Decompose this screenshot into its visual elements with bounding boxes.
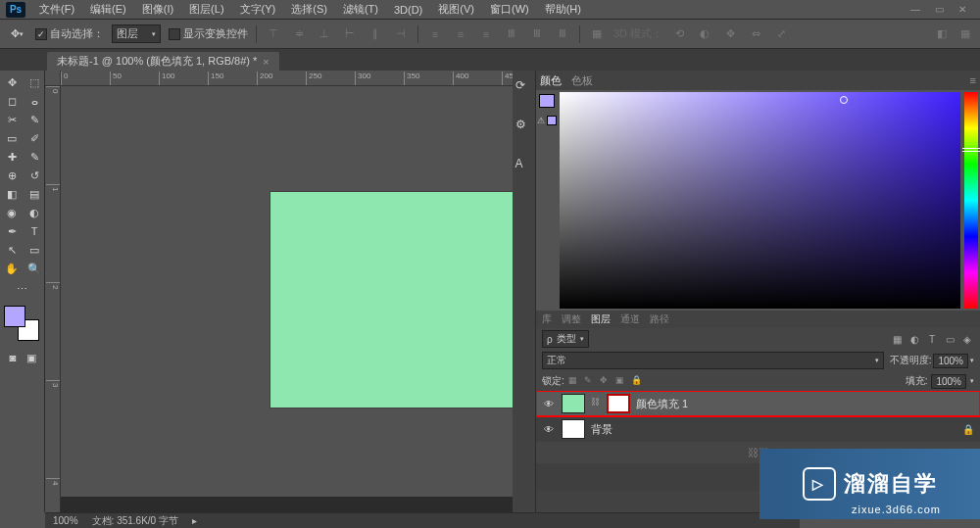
window-minimize-icon[interactable]: — [904,2,927,18]
layer-row-colorfill[interactable]: 👁 ⛓ 颜色填充 1 [536,391,980,416]
history-brush-tool[interactable]: ↺ [24,167,45,184]
layer-mask-thumb[interactable] [607,394,630,413]
edit-toolbar-icon[interactable]: ⋯ [12,280,33,298]
filter-adjust-icon[interactable]: ◐ [907,332,921,346]
crop-tool[interactable]: ✂ [1,111,23,128]
filter-smart-icon[interactable]: ◈ [960,332,974,346]
distribute-vcenter-icon[interactable]: ≡ [452,25,469,43]
menu-layer[interactable]: 图层(L) [181,0,231,19]
eraser-tool[interactable]: ◧ [1,185,23,203]
blend-mode-dropdown[interactable]: 正常▾ [542,352,884,369]
document-tab[interactable]: 未标题-1 @ 100% (颜色填充 1, RGB/8#) * × [47,52,279,71]
align-bottom-icon[interactable]: ⊥ [316,25,333,43]
3d-orbit-icon[interactable]: ⟲ [670,25,688,43]
menu-image[interactable]: 图像(I) [134,0,181,19]
lock-artboard-icon[interactable]: ▣ [615,375,627,387]
distribute-hcenter-icon[interactable]: Ⅲ [528,25,546,43]
lock-trans-icon[interactable]: ▦ [568,375,580,387]
3d-slide-icon[interactable]: ⇔ [747,25,764,43]
auto-select-checkbox[interactable]: 自动选择： [35,26,104,41]
panel-menu-icon[interactable]: ≡ [970,74,976,86]
hue-slider[interactable] [964,92,978,309]
menu-window[interactable]: 窗口(W) [482,0,537,19]
auto-align-icon[interactable]: ▦ [588,25,606,43]
lock-pixels-icon[interactable]: ✎ [584,375,596,387]
move-tool[interactable]: ✥ [1,73,23,91]
blur-tool[interactable]: ◉ [1,204,23,221]
menu-edit[interactable]: 编辑(E) [82,0,134,19]
artboard-tool[interactable]: ⬚ [24,73,45,91]
align-right-icon[interactable]: ⊣ [392,25,410,43]
document-status[interactable]: 文档: 351.6K/0 字节 [92,514,178,528]
shape-tool[interactable]: ▭ [24,241,45,259]
layer-thumb[interactable] [562,419,585,439]
lasso-tool[interactable]: ⴰ [24,92,45,110]
3d-pan-icon[interactable]: ✥ [721,25,739,43]
screenmode-icon[interactable]: ▣ [24,349,41,366]
pen-tool[interactable]: ✒ [1,222,23,240]
workspace-icon[interactable]: ▦ [956,25,974,43]
frame-tool[interactable]: ▭ [1,129,23,147]
status-disclosure-icon[interactable]: ▸ [192,515,197,526]
align-vcenter-icon[interactable]: ≑ [290,25,308,43]
color-field[interactable] [560,92,960,309]
align-top-icon[interactable]: ⊤ [265,25,282,43]
filter-shape-icon[interactable]: ▭ [943,332,956,346]
quickmask-icon[interactable]: ◙ [4,349,22,366]
gamut-warning[interactable]: ⚠ [537,116,557,125]
ruler-origin[interactable] [45,71,61,86]
menu-select[interactable]: 选择(S) [283,0,335,19]
distribute-left-icon[interactable]: Ⅲ [503,25,520,43]
healing-tool[interactable]: ✚ [1,148,23,166]
menu-filter[interactable]: 滤镜(T) [335,0,386,19]
layer-thumb[interactable] [562,394,585,413]
opacity-value[interactable]: 100% [933,354,968,368]
layer-row-background[interactable]: 👁 背景 🔒 [536,416,980,442]
menu-view[interactable]: 视图(V) [430,0,482,19]
move-tool-icon[interactable]: ✥▾ [6,24,27,45]
hue-thumb[interactable] [962,148,980,152]
canvas-viewport[interactable] [61,86,513,497]
3d-roll-icon[interactable]: ◐ [696,25,713,43]
character-panel-icon[interactable]: A [515,157,533,174]
brush-tool[interactable]: ✎ [24,148,45,166]
properties-panel-icon[interactable]: ⚙ [515,118,533,135]
tab-color[interactable]: 颜色 [540,73,562,88]
menu-type[interactable]: 文字(Y) [232,0,284,19]
align-hcenter-icon[interactable]: ∥ [367,25,384,43]
lock-all-icon[interactable]: 🔒 [631,375,643,387]
stamp-tool[interactable]: ⊕ [1,167,23,184]
close-icon[interactable]: × [263,56,269,68]
color-swatches[interactable] [4,306,39,341]
align-left-icon[interactable]: ⊢ [341,25,359,43]
menu-3d[interactable]: 3D(D) [386,2,430,18]
panel-collapse-icon[interactable]: ◧ [933,25,951,43]
hand-tool[interactable]: ✋ [1,260,23,277]
layer-name[interactable]: 背景 [591,422,956,437]
tab-paths[interactable]: 路径 [650,312,669,326]
layer-filter-kind-dropdown[interactable]: ρ类型▾ [542,330,589,348]
tab-library[interactable]: 库 [542,312,552,326]
foreground-color-swatch[interactable] [4,306,25,327]
marquee-tool[interactable]: ◻ [1,92,23,110]
show-transform-checkbox[interactable]: 显示变换控件 [169,26,248,41]
type-tool[interactable]: T [24,222,45,240]
distribute-top-icon[interactable]: ≡ [426,25,444,43]
filter-pixel-icon[interactable]: ▦ [890,332,904,346]
filter-type-icon[interactable]: T [925,332,939,346]
tab-swatches[interactable]: 色板 [571,73,593,88]
color-panel-fg-swatch[interactable] [539,94,555,108]
tab-adjust[interactable]: 调整 [562,312,581,326]
visibility-icon[interactable]: 👁 [542,397,556,410]
zoom-level[interactable]: 100% [53,515,78,526]
ruler-horizontal[interactable]: 0 50 100 150 200 250 300 350 400 450 500… [61,71,513,86]
layer-name[interactable]: 颜色填充 1 [636,397,974,411]
menu-file[interactable]: 文件(F) [31,0,82,19]
dodge-tool[interactable]: ◐ [24,204,45,221]
tab-channels[interactable]: 通道 [620,312,640,326]
eyedropper-tool[interactable]: ✐ [24,129,45,147]
gradient-tool[interactable]: ▤ [24,185,45,203]
distribute-right-icon[interactable]: Ⅲ [554,25,571,43]
menu-help[interactable]: 帮助(H) [537,0,589,19]
distribute-bottom-icon[interactable]: ≡ [477,25,495,43]
